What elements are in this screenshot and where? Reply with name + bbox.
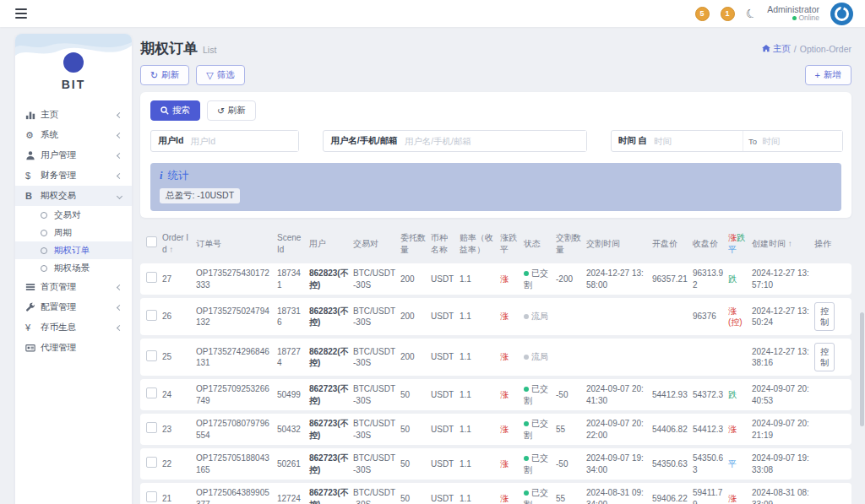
cell-amount: 50 [400, 458, 431, 470]
cell-coin: USDT [431, 389, 460, 401]
wrench-icon [25, 302, 41, 312]
user-name-input[interactable] [405, 131, 586, 151]
user-id-input[interactable] [190, 131, 298, 151]
row-checkbox[interactable] [146, 387, 157, 398]
control-button[interactable]: 控制 [814, 302, 835, 331]
sidebar-item-6[interactable]: 配置管理 [15, 297, 132, 317]
coin-badge-icon-2[interactable]: 1 [721, 7, 735, 21]
online-dot-icon [792, 16, 797, 20]
cell-created: 2024-09-07 19:33:08 [752, 453, 814, 475]
refresh-button[interactable]: ↻刷新 [140, 65, 189, 85]
brand-zone: BIT [15, 34, 132, 100]
breadcrumb: 主页 / Option-Order [762, 43, 851, 55]
cell-delivery-amount: -50 [556, 389, 586, 401]
search-button[interactable]: 搜索 [150, 100, 200, 121]
sidebar-subitem-2[interactable]: 期权订单 [15, 241, 132, 259]
cell-status: 流局 [524, 311, 556, 322]
cell-action: 控制 [814, 343, 851, 371]
sort-arrow-icon[interactable]: ↑ [167, 245, 174, 254]
stats-banner: i统计 总盈亏: -10USDT [150, 163, 841, 211]
info-icon: i [160, 170, 162, 182]
table-row: 27OP1735275430172333187341862823(不控)BTC/… [140, 263, 851, 295]
row-checkbox[interactable] [146, 457, 157, 468]
sidebar-item-label: 系统 [41, 129, 117, 141]
header-col-3: Scene Id [277, 232, 309, 255]
main-content: 期权订单List 主页 / Option-Order ↻刷新 ▽筛选 +新增 搜… [140, 34, 851, 504]
avatar[interactable] [830, 3, 853, 25]
sidebar-subitem-0[interactable]: 交易对 [15, 206, 132, 224]
window-scrollbar[interactable] [860, 312, 864, 426]
cell-close-price: 96376 [693, 311, 728, 322]
sidebar-subitem-1[interactable]: 周期 [15, 224, 132, 241]
cell-order-no: OP1725705188043165 [196, 453, 277, 475]
sort-arrow-icon[interactable]: ↑ [786, 239, 792, 248]
cell-delivery-time: 2024-09-07 20:22:00 [586, 418, 652, 441]
cell-pair: BTC/USDT-30S [353, 453, 400, 475]
cell-open-price: 96357.21 [652, 274, 693, 285]
row-checkbox[interactable] [146, 310, 157, 321]
cell-delivery-time: 2024-09-07 19:34:00 [586, 453, 652, 475]
row-checkbox[interactable] [146, 422, 157, 433]
cell-pair: BTC/USDT-30S [353, 306, 400, 328]
cell-coin: USDT [431, 493, 460, 504]
cell-user: 862723(不控) [309, 418, 353, 441]
hamburger-icon[interactable] [12, 5, 30, 22]
control-button[interactable]: 控制 [814, 343, 835, 371]
row-checkbox[interactable] [146, 272, 157, 283]
sidebar-item-1[interactable]: ⚙系统 [15, 125, 132, 145]
cell-pair: BTC/USDT-30S [353, 346, 400, 369]
row-checkbox[interactable] [146, 350, 157, 361]
sidebar-item-2[interactable]: 用户管理 [15, 145, 132, 165]
cell-user: 862723(不控) [309, 383, 353, 406]
top-navbar: 5 1 ☾ Administrator Online [0, 0, 865, 27]
cell-checkbox [140, 350, 162, 365]
chevron-down-icon [117, 192, 122, 198]
cell-checkbox [140, 272, 162, 286]
moon-icon[interactable]: ☾ [744, 6, 759, 20]
cell-open-price: 54412.93 [652, 389, 693, 401]
cell-status: 已交割 [524, 487, 556, 504]
filter-time-label: 时间 自 [612, 135, 654, 147]
cell-pair: BTC/USDT-30S [353, 268, 400, 290]
orders-table: Order Id ↑订单号Scene Id用户交易对委托数量币种名称赔率（收益率… [140, 225, 851, 504]
breadcrumb-home-link[interactable]: 主页 [762, 43, 791, 55]
cell-amount: 50 [400, 424, 431, 436]
coin-badge-icon-1[interactable]: 5 [695, 7, 710, 21]
sidebar-item-3[interactable]: $财务管理 [15, 165, 132, 186]
cell-result: 跌 [728, 274, 752, 285]
cell-scene-id: 50432 [277, 424, 309, 436]
cell-open-price: 54350.63 [652, 458, 693, 470]
cell-rate: 1.1 [460, 274, 500, 285]
cell-close-price: 59411.79 [693, 487, 728, 504]
sidebar-subitem-3[interactable]: 期权场景 [15, 259, 132, 277]
cell-checkbox [140, 422, 162, 436]
bitcoin-icon: B [25, 191, 41, 201]
cell-close-price: 54372.3 [693, 389, 728, 401]
time-to-input[interactable] [762, 131, 842, 151]
filter-time-range: 时间 自 To [611, 130, 843, 152]
cell-created: 2024-09-07 20:21:19 [752, 418, 814, 441]
cell-rate: 1.1 [460, 458, 500, 470]
cell-status: 已交割 [524, 453, 556, 475]
cell-pair: BTC/USDT-30S [353, 418, 400, 441]
sidebar-item-0[interactable]: 主页 [15, 105, 132, 125]
sidebar-item-4[interactable]: B期权交易 [15, 186, 132, 206]
filter-user-id: 用户Id [150, 130, 299, 152]
sidebar-item-5[interactable]: 首页管理 [15, 277, 132, 297]
user-block[interactable]: Administrator Online [767, 4, 819, 23]
funnel-icon: ▽ [206, 71, 213, 80]
page-title-row: 期权订单List [140, 39, 216, 58]
add-button[interactable]: +新增 [805, 65, 851, 85]
reset-button[interactable]: ↺刷新 [207, 100, 256, 121]
row-checkbox[interactable] [146, 491, 157, 502]
sidebar-item-7[interactable]: ¥存币生息 [15, 317, 132, 338]
cell-delivery-amount: 55 [556, 493, 586, 504]
sidebar: BIT 主页⚙系统用户管理$财务管理B期权交易交易对周期期权订单期权场景首页管理… [15, 34, 132, 504]
cell-order-id: 25 [162, 351, 196, 363]
cell-coin: USDT [431, 424, 460, 436]
select-all-checkbox[interactable] [146, 236, 157, 247]
filter-button[interactable]: ▽筛选 [196, 65, 244, 85]
time-from-input[interactable] [654, 131, 743, 151]
cell-coin: USDT [431, 274, 460, 285]
sidebar-item-8[interactable]: 代理管理 [15, 338, 132, 358]
